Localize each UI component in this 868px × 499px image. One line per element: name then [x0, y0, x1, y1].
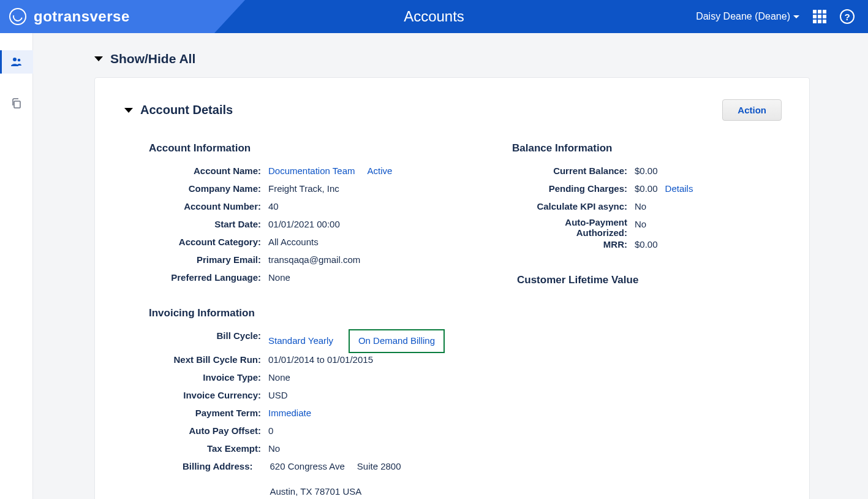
svg-rect-2 [14, 101, 20, 108]
users-icon [10, 57, 23, 67]
value-invoice-type: None [268, 371, 290, 385]
label-billing-address: Billing Address: [149, 460, 260, 474]
field-next-bill-cycle-run: Next Bill Cycle Run: 01/01/2014 to 01/01… [149, 353, 488, 371]
svg-point-1 [17, 59, 20, 62]
value-primary-email: transqaqa@gmail.com [268, 253, 360, 267]
main-layout: Show/Hide All Account Details Action Acc… [0, 33, 868, 499]
details-link[interactable]: Details [665, 182, 693, 196]
account-details-toggle[interactable]: Account Details [124, 103, 233, 117]
user-menu[interactable]: Daisy Deane (Deane) [696, 11, 799, 22]
field-current-balance: Current Balance: $0.00 [512, 164, 782, 182]
field-bill-cycle: Bill Cycle: Standard Yearly On Demand Bi… [149, 329, 488, 353]
value-tax-exempt: No [268, 442, 280, 456]
account-details-card: Account Details Action Account Informati… [94, 77, 810, 499]
bill-cycle-link[interactable]: Standard Yearly [268, 334, 333, 348]
field-billing-address: Billing Address: 620 Congress Ave Suite … [149, 460, 488, 498]
field-account-number: Account Number: 40 [149, 200, 488, 218]
label-calculate-kpi-async: Calculate KPI async: [512, 200, 635, 214]
value-invoice-currency: USD [268, 389, 288, 403]
left-column: Account Information Account Name: Docume… [124, 142, 488, 498]
label-invoice-type: Invoice Type: [149, 371, 268, 385]
sidebar [0, 33, 33, 499]
field-start-date: Start Date: 01/01/2021 00:00 [149, 218, 488, 235]
header-brand-area: gotransverse [0, 0, 245, 33]
label-next-bill-cycle-run: Next Bill Cycle Run: [149, 353, 268, 367]
field-payment-term: Payment Term: Immediate [149, 406, 488, 424]
field-invoice-currency: Invoice Currency: USD [149, 389, 488, 406]
label-pending-charges: Pending Charges: [512, 182, 635, 196]
field-tax-exempt: Tax Exempt: No [149, 442, 488, 460]
label-account-category: Account Category: [149, 235, 268, 250]
right-column: Balance Information Current Balance: $0.… [512, 142, 782, 498]
field-primary-email: Primary Email: transqaqa@gmail.com [149, 253, 488, 271]
brand-logo[interactable]: gotransverse [9, 8, 130, 25]
value-billing-address: 620 Congress Ave Suite 2800 Austin, TX 7… [260, 460, 488, 498]
account-name-link[interactable]: Documentation Team [268, 164, 355, 178]
field-preferred-language: Preferred Language: None [149, 271, 488, 289]
label-invoice-currency: Invoice Currency: [149, 389, 268, 403]
content-area: Show/Hide All Account Details Action Acc… [33, 33, 868, 499]
label-auto-payment-authorized: Auto-Payment Authorized: [512, 218, 635, 238]
field-mrr: MRR: $0.00 [512, 238, 782, 256]
clv-title: Customer Lifetime Value [517, 274, 782, 286]
value-company-name: Freight Track, Inc [268, 182, 339, 196]
on-demand-billing-highlight: On Demand Billing [349, 329, 445, 353]
field-calculate-kpi-async: Calculate KPI async: No [512, 200, 782, 218]
field-account-category: Account Category: All Accounts [149, 235, 488, 253]
card-header: Account Details Action [124, 99, 782, 121]
account-info-title: Account Information [149, 142, 488, 154]
value-start-date: 01/01/2021 00:00 [268, 218, 340, 232]
billing-address-line1: 620 Congress Ave [270, 460, 344, 473]
sidebar-item-copy[interactable] [0, 92, 33, 115]
value-auto-pay-offset: 0 [268, 424, 273, 438]
value-next-bill-cycle-run: 01/01/2014 to 01/01/2015 [268, 353, 373, 367]
field-pending-charges: Pending Charges: $0.00 Details [512, 182, 782, 200]
page-title: Accounts [404, 8, 464, 25]
label-current-balance: Current Balance: [512, 164, 635, 178]
value-auto-payment-authorized: No [635, 218, 646, 232]
copy-icon [11, 98, 22, 109]
value-account-number: 40 [268, 200, 279, 214]
billing-address-line3: Austin, TX 78701 USA [270, 485, 361, 498]
app-header: gotransverse Accounts Daisy Deane (Deane… [0, 0, 868, 33]
field-invoice-type: Invoice Type: None [149, 371, 488, 389]
card-title: Account Details [140, 103, 233, 117]
details-columns: Account Information Account Name: Docume… [124, 142, 782, 498]
label-bill-cycle: Bill Cycle: [149, 329, 268, 343]
caret-down-icon [124, 108, 133, 113]
field-auto-pay-offset: Auto Pay Offset: 0 [149, 424, 488, 442]
payment-term-link[interactable]: Immediate [268, 406, 311, 421]
sidebar-item-accounts[interactable] [0, 50, 33, 74]
balance-info-title: Balance Information [512, 142, 782, 154]
value-mrr: $0.00 [635, 238, 658, 252]
value-account-category: All Accounts [268, 235, 319, 250]
label-preferred-language: Preferred Language: [149, 271, 268, 285]
value-preferred-language: None [268, 271, 290, 285]
label-start-date: Start Date: [149, 218, 268, 232]
label-payment-term: Payment Term: [149, 406, 268, 421]
value-pending-charges: $0.00 [635, 182, 658, 196]
caret-down-icon [94, 56, 103, 61]
action-button[interactable]: Action [722, 99, 782, 121]
svg-point-0 [13, 58, 17, 61]
show-hide-label: Show/Hide All [110, 51, 195, 66]
label-company-name: Company Name: [149, 182, 268, 196]
brand-logo-icon [9, 8, 26, 25]
field-auto-payment-authorized: Auto-Payment Authorized: No [512, 218, 782, 238]
invoicing-info-title: Invoicing Information [149, 307, 488, 319]
value-calculate-kpi-async: No [635, 200, 646, 214]
on-demand-billing-link[interactable]: On Demand Billing [358, 335, 435, 346]
help-icon[interactable]: ? [840, 9, 855, 24]
caret-down-icon [793, 15, 799, 18]
field-company-name: Company Name: Freight Track, Inc [149, 182, 488, 200]
field-account-name: Account Name: Documentation Team Active [149, 164, 488, 182]
apps-grid-icon[interactable] [813, 10, 826, 23]
user-display-name: Daisy Deane (Deane) [696, 11, 790, 22]
label-account-name: Account Name: [149, 164, 268, 178]
billing-address-line2: Suite 2800 [357, 460, 401, 473]
label-account-number: Account Number: [149, 200, 268, 214]
value-current-balance: $0.00 [635, 164, 658, 178]
show-hide-toggle[interactable]: Show/Hide All [94, 51, 810, 66]
account-status-link[interactable]: Active [367, 164, 392, 178]
label-tax-exempt: Tax Exempt: [149, 442, 268, 456]
